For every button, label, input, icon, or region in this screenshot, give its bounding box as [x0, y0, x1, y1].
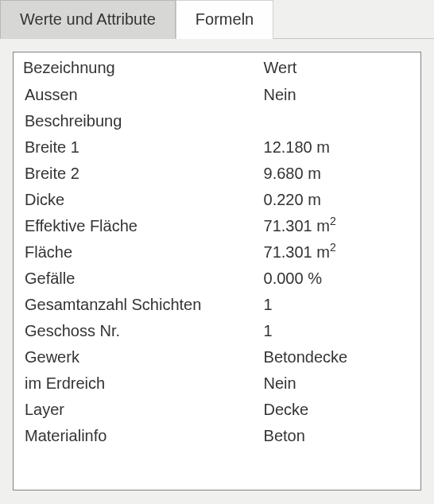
property-value: 1 — [264, 296, 411, 314]
property-label: Dicke — [23, 191, 264, 209]
property-value: Betondecke — [264, 348, 411, 366]
table-row[interactable]: Fläche 71.301 m2 — [23, 239, 411, 266]
column-header-value[interactable]: Wert — [264, 59, 411, 77]
property-label: Gefälle — [23, 269, 264, 288]
property-label: Beschreibung — [23, 112, 264, 130]
table-row[interactable]: Geschoss Nr. 1 — [23, 318, 411, 344]
property-value: Beton — [264, 427, 411, 445]
table-body: Aussen Nein Beschreibung Breite 1 12.180… — [14, 82, 420, 449]
table-row[interactable]: Gefälle 0.000 % — [23, 266, 411, 292]
table-header: Bezeichnung Wert — [14, 52, 420, 82]
table-row[interactable]: Beschreibung — [23, 108, 411, 134]
property-label: Geschoss Nr. — [23, 322, 264, 340]
property-label: Effektive Fläche — [23, 217, 264, 235]
property-label: Layer — [23, 401, 264, 419]
property-value: 0.000 % — [264, 269, 411, 288]
table-row[interactable]: Gewerk Betondecke — [23, 344, 411, 370]
property-label: Gesamtanzahl Schichten — [23, 296, 264, 314]
table-row[interactable]: Breite 2 9.680 m — [23, 161, 411, 187]
property-label: Fläche — [23, 243, 264, 262]
content-wrapper: Bezeichnung Wert Aussen Nein Beschreibun… — [0, 39, 434, 503]
property-label: Breite 1 — [23, 138, 264, 157]
property-value: 1 — [264, 322, 411, 340]
property-label: Breite 2 — [23, 165, 264, 183]
property-label: Gewerk — [23, 348, 264, 366]
property-value: 71.301 m2 — [264, 217, 411, 235]
table-row[interactable]: Effektive Fläche 71.301 m2 — [23, 213, 411, 239]
table-row[interactable]: Aussen Nein — [23, 82, 411, 108]
tab-values-attributes[interactable]: Werte und Attribute — [0, 0, 176, 39]
table-row[interactable]: Breite 1 12.180 m — [23, 134, 411, 161]
table-row[interactable]: Layer Decke — [23, 397, 411, 423]
column-header-label[interactable]: Bezeichnung — [23, 59, 264, 77]
property-value: 9.680 m — [264, 165, 411, 183]
table-row[interactable]: Materialinfo Beton — [23, 423, 411, 449]
tab-formulas[interactable]: Formeln — [176, 0, 273, 39]
property-value: 12.180 m — [264, 138, 411, 157]
property-table: Bezeichnung Wert Aussen Nein Beschreibun… — [13, 52, 421, 490]
property-label: Materialinfo — [23, 427, 264, 445]
property-value: 0.220 m — [264, 191, 411, 209]
table-row[interactable]: Dicke 0.220 m — [23, 187, 411, 213]
property-label: im Erdreich — [23, 374, 264, 393]
property-value — [264, 112, 411, 130]
table-row[interactable]: im Erdreich Nein — [23, 370, 411, 397]
property-value: Decke — [264, 401, 411, 419]
property-label: Aussen — [23, 86, 264, 104]
property-value: Nein — [264, 374, 411, 393]
property-value: Nein — [264, 86, 411, 104]
table-row[interactable]: Gesamtanzahl Schichten 1 — [23, 292, 411, 318]
property-value: 71.301 m2 — [264, 243, 411, 262]
tab-bar: Werte und Attribute Formeln — [0, 0, 434, 39]
